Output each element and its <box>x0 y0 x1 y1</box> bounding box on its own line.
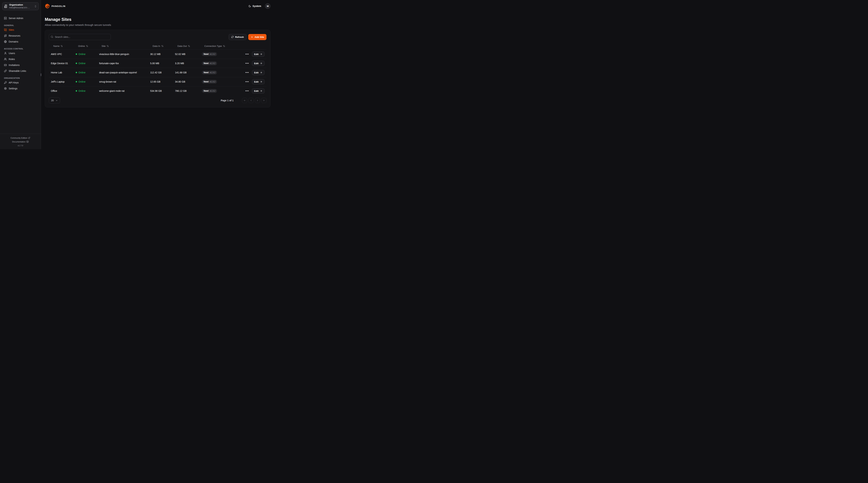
column-header-connection-type[interactable]: Connection Type <box>200 45 243 47</box>
edit-button[interactable]: Edit <box>252 70 265 75</box>
online-label: Online <box>79 53 85 56</box>
column-header-name[interactable]: Name <box>49 45 73 47</box>
connection-name: Newt <box>204 62 209 65</box>
online-label: Online <box>79 80 85 83</box>
prev-page-button[interactable] <box>248 98 254 103</box>
arrow-right-icon <box>260 53 262 55</box>
next-page-button[interactable] <box>255 98 260 103</box>
add-site-button[interactable]: Add Site <box>248 34 267 40</box>
cell-online: Online <box>73 80 97 83</box>
external-link-icon <box>28 137 30 139</box>
table-header: Name Online Site Data In Data Out <box>49 42 267 50</box>
page-info: Page 1 of 1 <box>221 99 234 102</box>
connection-badge: Newtv1.3.2 <box>202 71 217 74</box>
cell-online: Online <box>73 90 97 92</box>
cell-data-out: 141.68 GB <box>173 71 200 74</box>
cell-site: vivacious-little-blue-penguin <box>97 53 148 56</box>
cell-data-out: 780.12 GB <box>173 90 200 92</box>
section-label-access-control: ACCESS CONTROL <box>2 47 38 50</box>
page-subtitle: Allow connectivity to your network throu… <box>45 24 271 26</box>
add-site-label: Add Site <box>255 36 264 38</box>
sidebar-footer: Community Edition Documentation v1.7.0 <box>0 134 41 149</box>
row-menu-button[interactable]: ••• <box>245 53 249 55</box>
connection-badge: Newtv1.3.2 <box>202 80 217 84</box>
column-header-site[interactable]: Site <box>97 45 148 47</box>
search-icon <box>51 36 53 38</box>
sidebar-item-invitations[interactable]: Invitations <box>2 62 38 68</box>
community-edition-link[interactable]: Community Edition <box>0 136 41 140</box>
column-header-online[interactable]: Online <box>73 45 97 47</box>
cell-data-out: 52.02 MB <box>173 53 200 56</box>
connection-name: Newt <box>204 71 209 74</box>
server-icon <box>4 17 7 20</box>
link-icon <box>4 70 7 72</box>
theme-toggle[interactable]: System <box>248 5 261 7</box>
sidebar-item-label: Resources <box>9 34 20 37</box>
sidebar-item-api-keys[interactable]: API Keys <box>2 79 38 85</box>
arrow-right-icon <box>260 90 262 92</box>
theme-label: System <box>253 5 261 7</box>
documentation-label: Documentation <box>12 141 26 143</box>
connection-version: v1.3.2 <box>210 80 215 83</box>
brand: PANGOLIN <box>45 3 65 9</box>
sidebar-item-server-admin[interactable]: Server Admin <box>2 15 38 21</box>
arrow-right-icon <box>260 80 262 83</box>
page-size-select[interactable]: 20 <box>49 97 60 103</box>
sidebar-item-label: Invitations <box>9 64 20 66</box>
sidebar-item-users[interactable]: Users <box>2 50 38 56</box>
column-header-data-out[interactable]: Data Out <box>173 45 200 47</box>
sites-table: Name Online Site Data In Data Out <box>49 42 267 95</box>
cell-actions: ••• Edit <box>243 88 267 94</box>
row-menu-button[interactable]: ••• <box>245 81 249 83</box>
online-label: Online <box>79 90 85 92</box>
chevrons-up-down-icon <box>34 5 37 8</box>
row-menu-button[interactable]: ••• <box>245 72 249 73</box>
cell-connection-type: Newtv1.3.2 <box>200 89 243 93</box>
avatar-initial: M <box>267 5 269 7</box>
sidebar-item-resources[interactable]: Resources <box>2 33 38 38</box>
sidebar-item-roles[interactable]: Roles <box>2 56 38 62</box>
last-page-button[interactable] <box>261 98 267 103</box>
topbar-right: System M <box>248 3 271 9</box>
column-header-data-in[interactable]: Data In <box>148 45 173 47</box>
sidebar-item-shareable-links[interactable]: Shareable Links <box>2 68 38 74</box>
online-dot-icon <box>76 81 77 83</box>
documentation-link[interactable]: Documentation <box>0 140 41 143</box>
sidebar-item-domains[interactable]: Domains <box>2 39 38 44</box>
cell-connection-type: Newtv1.3.2 <box>200 80 243 84</box>
edit-button[interactable]: Edit <box>252 79 265 84</box>
avatar[interactable]: M <box>265 3 271 9</box>
cell-name: Office <box>49 90 73 92</box>
online-dot-icon <box>76 63 77 64</box>
cell-name: Edge Device 01 <box>49 62 73 65</box>
sort-icon <box>223 45 225 47</box>
sidebar-nav: Server Admin GENERAL Sites Resources Dom… <box>0 12 41 91</box>
edit-button[interactable]: Edit <box>252 61 265 66</box>
cell-site: welcome-giant-mole-rat <box>97 90 148 92</box>
sidebar-item-sites[interactable]: Sites <box>2 27 38 33</box>
first-page-button[interactable] <box>242 98 247 103</box>
connection-badge: Newtv1.3.2 <box>202 89 217 93</box>
cell-data-out: 3.20 MB <box>173 62 200 65</box>
sidebar-item-label: Settings <box>9 87 18 90</box>
cell-site: fortunate-cape-fox <box>97 62 148 65</box>
edit-label: Edit <box>254 53 259 56</box>
edit-button[interactable]: Edit <box>252 88 265 94</box>
edit-label: Edit <box>254 80 259 83</box>
sidebar-item-label: API Keys <box>9 81 19 84</box>
sidebar-resize-handle[interactable] <box>41 73 41 76</box>
sort-icon <box>86 45 88 47</box>
edit-button[interactable]: Edit <box>252 52 265 57</box>
sidebar-item-label: Users <box>9 52 15 55</box>
sites-card: Refresh Add Site Name Online <box>45 30 271 107</box>
table-row: Home Lab Online dead-san-joaquin-antelop… <box>49 68 267 77</box>
sidebar: Organization milo@fossorial.io's ... Ser… <box>0 0 41 149</box>
row-menu-button[interactable]: ••• <box>245 90 249 92</box>
org-selector[interactable]: Organization milo@fossorial.io's ... <box>2 2 39 10</box>
row-menu-button[interactable]: ••• <box>245 62 249 64</box>
sidebar-item-settings[interactable]: Settings <box>2 86 38 91</box>
toolbar-buttons: Refresh Add Site <box>229 34 267 40</box>
refresh-button[interactable]: Refresh <box>229 34 246 40</box>
search-input[interactable] <box>49 34 111 40</box>
cell-data-in: 112.42 GB <box>148 71 173 74</box>
